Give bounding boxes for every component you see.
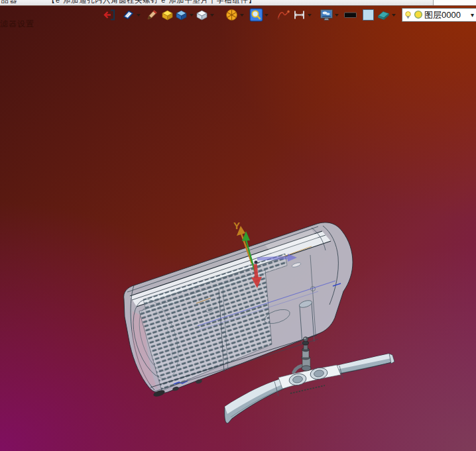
toolbar: 图层0000 ▾ xyxy=(101,7,476,23)
notebook-button[interactable] xyxy=(121,8,142,22)
scene-monitor-icon xyxy=(320,8,333,22)
layer-combo-value: 图层0000 xyxy=(424,9,468,21)
notebook-icon xyxy=(121,8,135,22)
blue-square-icon xyxy=(361,8,375,22)
3d-model-canvas[interactable]: Y xyxy=(0,5,476,451)
blue-cube-button[interactable] xyxy=(174,8,195,22)
orange-wheel-button[interactable] xyxy=(225,8,245,22)
eraser-button[interactable] xyxy=(377,8,397,22)
eraser-icon xyxy=(377,8,390,22)
black-bar-button[interactable] xyxy=(343,8,357,22)
dropdown-chevron-icon[interactable] xyxy=(209,11,215,19)
graphics-viewport[interactable]: 图层0000 ▾ 滤器设置 xyxy=(0,5,476,451)
dropdown-chevron-icon[interactable] xyxy=(307,11,313,19)
combo-dropdown-arrow-icon[interactable]: ▾ xyxy=(469,11,475,19)
measure-button[interactable] xyxy=(292,8,313,22)
exit-icon xyxy=(103,8,117,22)
dropdown-chevron-icon[interactable] xyxy=(264,11,270,19)
dropdown-chevron-icon[interactable] xyxy=(136,11,142,19)
white-cube-icon xyxy=(195,8,209,22)
menubar[interactable]: 品器 【e 添加通孔内六角圆柱头螺钉 e 添加平垫片十字槽组件】 xyxy=(0,0,476,6)
dropdown-chevron-icon[interactable] xyxy=(239,11,245,19)
layer-state-icon xyxy=(414,10,423,19)
cad-application-window: { "menubar": { "left_fragment": "品器", "t… xyxy=(0,0,476,451)
blue-cube-icon xyxy=(174,8,188,22)
white-cube-button[interactable] xyxy=(195,8,215,22)
scene-monitor-button[interactable] xyxy=(320,8,340,22)
orange-wheel-icon xyxy=(225,8,239,22)
spline-icon xyxy=(276,8,290,22)
blue-square-button[interactable] xyxy=(361,8,375,22)
yellow-box-button[interactable] xyxy=(160,8,174,22)
magnifier-button[interactable] xyxy=(249,8,270,22)
dropdown-chevron-icon[interactable] xyxy=(391,11,397,19)
filter-settings-label: 滤器设置 xyxy=(0,19,34,30)
exit-button[interactable] xyxy=(103,8,117,22)
black-bar-icon xyxy=(343,8,357,22)
measure-icon xyxy=(292,8,306,22)
pencil-button[interactable] xyxy=(145,8,159,22)
spline-button[interactable] xyxy=(276,8,290,22)
menubar-white-panel xyxy=(433,0,476,5)
axis-y-label: Y xyxy=(233,220,240,231)
triad-origin-handle[interactable] xyxy=(255,261,258,264)
part-engraving-marks xyxy=(290,385,325,393)
magnifier-icon xyxy=(249,8,263,22)
dropdown-chevron-icon[interactable] xyxy=(334,11,340,19)
yellow-box-icon xyxy=(160,8,174,22)
layer-combobox[interactable]: 图层0000 ▾ xyxy=(402,8,476,22)
pencil-icon xyxy=(145,8,159,22)
lightbulb-icon xyxy=(404,11,412,19)
menubar-text-fragment: 品器 xyxy=(1,0,19,5)
dropdown-chevron-icon[interactable] xyxy=(189,11,195,19)
window-title-fragment: 【e 添加通孔内六角圆柱头螺钉 e 添加平垫片十字槽组件】 xyxy=(48,0,256,5)
